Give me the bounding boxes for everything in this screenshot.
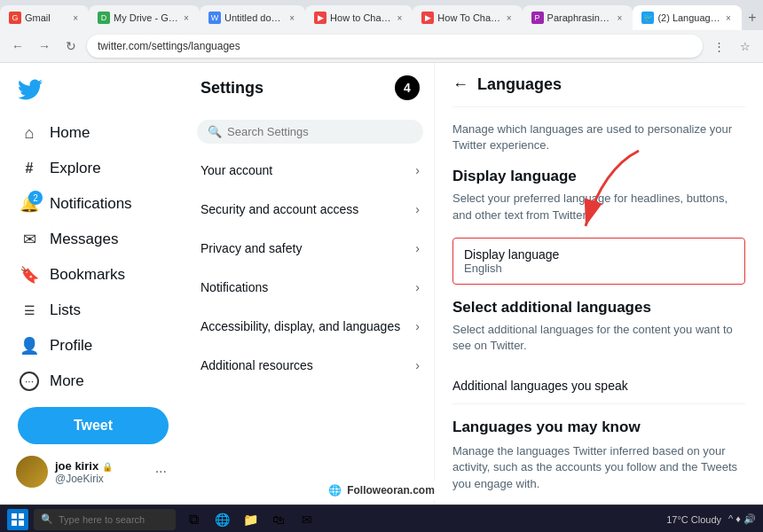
sidebar-item-home[interactable]: ⌂ Home	[11, 116, 176, 150]
tweet-button[interactable]: Tweet	[18, 407, 169, 444]
address-input[interactable]	[87, 35, 703, 58]
tab-label: My Drive - Goog...	[114, 12, 178, 23]
settings-menu-notifications[interactable]: Notifications ›	[186, 268, 434, 307]
tab-howto2[interactable]: ▶ How To Change... ×	[413, 5, 522, 30]
tab-label: How To Change...	[437, 12, 500, 23]
taskbar-right: 17°C Cloudy ^ ♦ 🔊	[666, 513, 756, 525]
new-tab-button[interactable]: +	[742, 5, 763, 30]
chevron-right-icon: ›	[415, 280, 420, 294]
watermark: 🌐 Followeoran.com	[314, 481, 449, 500]
forward-button[interactable]: →	[34, 35, 55, 57]
settings-menu-additional[interactable]: Additional resources ›	[186, 346, 434, 385]
sidebar-item-label: Notifications	[50, 195, 132, 213]
taskbar-search[interactable]: 🔍	[34, 509, 176, 530]
tab-howto[interactable]: ▶ How to Change... ×	[305, 5, 413, 30]
sidebar-item-label: Explore	[50, 160, 101, 177]
lists-icon: ☰	[20, 301, 39, 320]
svg-rect-2	[19, 513, 24, 519]
user-menu-dots[interactable]: ···	[155, 464, 167, 480]
bookmarks-icon: 🔖	[20, 265, 39, 285]
settings-title: Settings	[201, 79, 264, 98]
taskbar-search-icon: 🔍	[41, 513, 53, 525]
sidebar-item-bookmarks[interactable]: 🔖 Bookmarks	[11, 258, 176, 292]
settings-panel: Settings 4 🔍 Your account › Security and…	[186, 63, 435, 505]
watermark-icon: 🌐	[328, 484, 342, 497]
display-language-label: Display language	[464, 247, 734, 262]
tab-close[interactable]: ×	[287, 12, 296, 25]
sidebar-item-more[interactable]: ··· More	[11, 364, 176, 398]
tab-para[interactable]: P Paraphrasing To... ×	[523, 5, 633, 30]
svg-rect-4	[19, 520, 24, 526]
tab-twitter[interactable]: 🐦 (2) Languages /... ×	[633, 5, 741, 30]
sidebar-item-label: More	[50, 372, 84, 390]
twitter-sidebar: ⌂ Home # Explore 🔔 Notifications ✉ Messa…	[0, 63, 186, 505]
chevron-right-icon: ›	[415, 358, 420, 372]
settings-menu-privacy[interactable]: Privacy and safety ›	[186, 229, 434, 268]
search-settings[interactable]: 🔍	[197, 120, 423, 144]
tab-docs[interactable]: W Untitled docum... ×	[200, 5, 305, 30]
additional-languages-section: Select additional languages	[452, 299, 745, 317]
sidebar-item-notifications[interactable]: 🔔 Notifications	[11, 187, 176, 221]
chevron-right-icon: ›	[415, 241, 420, 255]
tab-close[interactable]: ×	[505, 12, 514, 25]
step-badge: 4	[395, 75, 420, 100]
tab-label: Paraphrasing To...	[547, 12, 612, 23]
additional-languages-link[interactable]: Additional languages you speak	[452, 368, 745, 404]
settings-menu-label: Notifications	[201, 280, 268, 294]
sidebar-item-label: Messages	[50, 231, 118, 248]
tab-close[interactable]: ×	[724, 12, 733, 25]
search-settings-input[interactable]	[227, 125, 413, 138]
reload-button[interactable]: ↻	[60, 35, 82, 57]
may-know-section: Languages you may know	[452, 419, 745, 436]
sidebar-item-label: Bookmarks	[50, 266, 125, 284]
taskbar-search-input[interactable]	[59, 514, 169, 525]
taskbar-chrome[interactable]: 🌐	[209, 507, 234, 532]
explore-icon: #	[20, 159, 39, 178]
tab-close[interactable]: ×	[616, 12, 625, 25]
settings-menu-security[interactable]: Security and account access ›	[186, 190, 434, 229]
sidebar-item-explore[interactable]: # Explore	[11, 152, 176, 185]
may-know-desc: Manage the languages Twitter inferred ba…	[452, 443, 745, 492]
additional-languages-desc: Select additional languages for the cont…	[452, 322, 745, 354]
bookmark-icon[interactable]: ☆	[735, 35, 756, 57]
tab-drive[interactable]: D My Drive - Goog... ×	[89, 5, 200, 30]
sidebar-item-messages[interactable]: ✉ Messages	[11, 223, 176, 256]
tab-gmail[interactable]: G Gmail ×	[0, 5, 89, 30]
twitter-logo[interactable]	[11, 70, 176, 113]
settings-menu-label: Your account	[201, 163, 272, 177]
tab-close[interactable]: ×	[182, 12, 191, 25]
settings-menu-label: Security and account access	[201, 202, 358, 216]
back-arrow[interactable]: ←	[452, 75, 468, 94]
svg-rect-3	[12, 520, 17, 526]
more-icon: ···	[20, 372, 39, 391]
start-button[interactable]	[7, 509, 28, 530]
tab-close[interactable]: ×	[71, 12, 80, 25]
svg-rect-1	[12, 513, 17, 519]
user-handle: @JoeKirix	[55, 473, 148, 485]
may-know-link[interactable]: Languages you may know	[452, 499, 745, 505]
chevron-right-icon: ›	[415, 163, 420, 177]
taskbar-taskview[interactable]: ⧉	[181, 507, 206, 532]
settings-menu-accessibility[interactable]: Accessibility, display, and languages ›	[186, 307, 434, 346]
page-content: ⌂ Home # Explore 🔔 Notifications ✉ Messa…	[0, 63, 763, 505]
search-icon: 🔍	[208, 125, 222, 138]
address-bar: ← → ↻ ⋮ ☆	[0, 30, 763, 62]
tab-label: (2) Languages /...	[657, 12, 720, 23]
taskbar-store[interactable]: 🛍	[266, 507, 291, 532]
display-language-option[interactable]: Display language English	[452, 238, 745, 285]
taskbar-explorer[interactable]: 📁	[238, 507, 263, 532]
sidebar-item-profile[interactable]: 👤 Profile	[11, 329, 176, 363]
sidebar-item-label: Home	[50, 124, 90, 142]
tab-close[interactable]: ×	[396, 12, 405, 25]
taskbar-mail[interactable]: ✉	[295, 507, 319, 532]
settings-menu-label: Privacy and safety	[201, 241, 302, 255]
taskbar-icons: ⧉ 🌐 📁 🛍 ✉	[181, 507, 319, 532]
extensions-icon[interactable]: ⋮	[708, 35, 729, 57]
watermark-text: Followeoran.com	[347, 484, 435, 497]
user-profile[interactable]: joe kirix 🔒 @JoeKirix ···	[7, 447, 176, 497]
sidebar-item-lists[interactable]: ☰ Lists	[11, 293, 176, 327]
back-button[interactable]: ←	[7, 35, 28, 57]
chevron-right-icon: ›	[415, 319, 420, 333]
display-language-section: Display language	[452, 168, 745, 185]
settings-menu-your-account[interactable]: Your account ›	[186, 151, 434, 190]
